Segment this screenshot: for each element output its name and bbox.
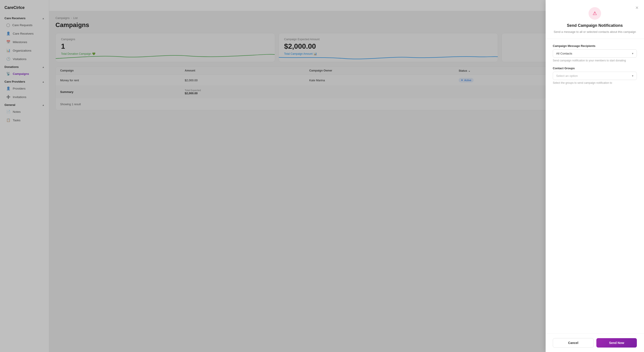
recipients-hint: Send campaign notification to your membe… bbox=[553, 59, 637, 62]
modal-panel: ⚠ ✕ Send Campaign Notifications Send a m… bbox=[546, 0, 644, 352]
groups-select[interactable]: Select an option ▾ bbox=[553, 72, 637, 80]
recipients-label: Campaign Message Recipients bbox=[553, 44, 637, 48]
send-now-button[interactable]: Send Now bbox=[596, 338, 637, 348]
modal-title: Send Campaign Notifications bbox=[553, 23, 637, 28]
groups-label: Contact Groups bbox=[553, 67, 637, 70]
recipients-group: Campaign Message Recipients All Contacts… bbox=[553, 44, 637, 62]
modal-footer: Cancel Send Now bbox=[546, 334, 644, 352]
recipients-select[interactable]: All Contacts ▾ bbox=[553, 49, 637, 58]
modal-icon-wrap: ⚠ bbox=[588, 7, 601, 20]
modal-header: ⚠ ✕ Send Campaign Notifications Send a m… bbox=[546, 0, 644, 39]
chevron-down-icon: ▾ bbox=[632, 74, 634, 77]
modal-close-button[interactable]: ✕ bbox=[634, 4, 640, 11]
chevron-down-icon: ▾ bbox=[632, 52, 634, 55]
warning-icon: ⚠ bbox=[592, 10, 597, 16]
modal-subtitle: Send a message to all or selected contac… bbox=[553, 30, 637, 34]
groups-placeholder: Select an option bbox=[556, 74, 578, 77]
recipients-value: All Contacts bbox=[556, 52, 572, 55]
groups-group: Contact Groups Select an option ▾ Select… bbox=[553, 67, 637, 84]
modal-body: Campaign Message Recipients All Contacts… bbox=[546, 39, 644, 334]
cancel-button[interactable]: Cancel bbox=[553, 338, 594, 348]
groups-hint: Select the groups to send campaign notif… bbox=[553, 81, 637, 84]
